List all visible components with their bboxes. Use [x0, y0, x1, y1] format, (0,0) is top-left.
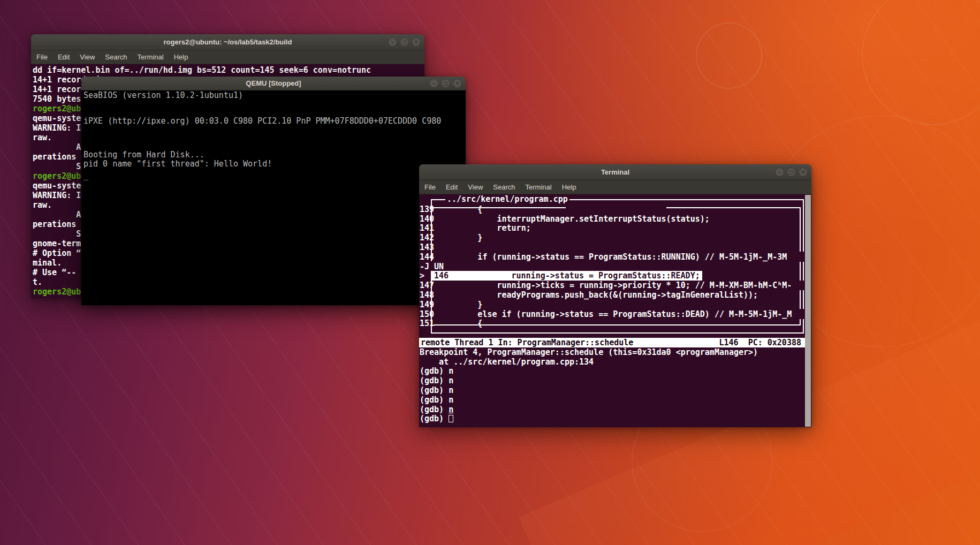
minimize-button[interactable]: – — [429, 79, 438, 88]
terminal-line: t. — [33, 277, 42, 287]
menubar: FileEditViewSearchTerminalHelp — [31, 50, 424, 64]
maximize-button[interactable]: □ — [441, 79, 450, 88]
tui-status-function: remote Thread 1 In: ProgramManager::sche… — [419, 338, 633, 347]
titlebar[interactable]: Terminal –□✕ — [419, 164, 811, 180]
close-button[interactable]: ✕ — [799, 168, 808, 177]
terminal-line: minal. — [33, 258, 62, 268]
gdb-prompt-line: (gdb) n — [420, 385, 453, 395]
terminal-line: raw. — [33, 200, 52, 210]
tui-frame-border — [803, 262, 804, 281]
tui-source-line: 141 return; — [420, 223, 531, 233]
titlebar[interactable]: QEMU [Stopped] –□✕ — [81, 77, 466, 90]
terminal-line: dd if=kernel.bin of=../run/hd.img bs=512… — [33, 65, 371, 75]
gdb-prompt-line: (gdb) n — [420, 405, 453, 414]
menu-search[interactable]: Search — [493, 183, 515, 191]
tui-frame-border — [800, 262, 801, 281]
menubar: FileEditViewSearchTerminalHelp — [419, 180, 811, 194]
tui-source-line: 148 readyPrograms.push_back(&(running->t… — [420, 290, 758, 300]
window-buttons: –□✕ — [775, 164, 808, 180]
menu-help[interactable]: Help — [174, 53, 188, 61]
window-title: QEMU [Stopped] — [246, 79, 301, 87]
wallpaper-circle — [696, 22, 762, 89]
menu-edit[interactable]: Edit — [446, 183, 458, 191]
tui-source-line: 144 if (running->status == ProgramStatus… — [420, 252, 787, 262]
tui-frame-border — [431, 332, 804, 334]
gdb-output-line: at ../src/kernel/program.cpp:134 — [420, 357, 594, 367]
tui-frame-border — [666, 207, 801, 208]
window-title: Terminal — [601, 168, 629, 176]
titlebar[interactable]: rogers2@ubuntu: ~/os/lab5/task2/build –□… — [31, 34, 424, 50]
wallpaper-circle — [862, 0, 980, 125]
qemu-text-line: SeaBIOS (version 1.10.2-1ubuntu1) — [83, 91, 243, 100]
menu-terminal[interactable]: Terminal — [526, 183, 552, 191]
terminal-window-gdb: Terminal –□✕ FileEditViewSearchTerminalH… — [419, 164, 811, 426]
menu-search[interactable]: Search — [105, 53, 127, 61]
tui-frame-border — [800, 207, 801, 252]
menu-edit[interactable]: Edit — [58, 53, 70, 61]
window-buttons: –□✕ — [388, 34, 421, 50]
tui-source-line: 140 interruptManager.setInterruptStatus(… — [420, 214, 710, 224]
gdb-output-line: Breakpoint 4, ProgramManager::schedule (… — [420, 347, 758, 357]
gdb-terminal-content[interactable]: ../src/kernel/program.cpp > remote Threa… — [419, 194, 811, 427]
desktop: rogers2@ubuntu: ~/os/lab5/task2/build –□… — [0, 0, 980, 545]
qemu-text-line: pid 0 name "first thread": Hello World! — [83, 160, 272, 168]
tui-wrapped-line: -J UN — [420, 262, 444, 271]
tui-source-line: 151 { — [420, 319, 482, 328]
window-title: rogers2@ubuntu: ~/os/lab5/task2/build — [164, 38, 292, 46]
minimize-button[interactable]: – — [388, 37, 397, 47]
qemu-screen-lines[interactable]: SeaBIOS (version 1.10.2-1ubuntu1)iPXE (h… — [81, 90, 466, 305]
terminal-cursor — [449, 415, 453, 422]
scrollbar[interactable] — [805, 195, 811, 427]
menu-file[interactable]: File — [36, 53, 48, 61]
tui-frame-border — [800, 290, 801, 309]
gdb-prompt-line: (gdb) n — [420, 366, 453, 376]
gdb-prompt-line: (gdb) — [420, 414, 453, 423]
tui-status-line-pc: L146 PC: 0x20388 — [719, 338, 801, 347]
gdb-prompt-line: (gdb) n — [420, 395, 453, 405]
maximize-button[interactable]: □ — [787, 168, 796, 177]
tui-status-bar: remote Thread 1 In: ProgramManager::sche… — [419, 338, 805, 347]
minimize-button[interactable]: – — [775, 168, 784, 177]
qemu-text-line: iPXE (http://ipxe.org) 00:03.0 C980 PCI2… — [83, 117, 441, 125]
qemu-text-line: Booting from Hard Disk... — [83, 150, 204, 159]
menu-view[interactable]: View — [80, 53, 95, 61]
tui-frame-border — [434, 324, 801, 326]
menu-terminal[interactable]: Terminal — [138, 53, 164, 61]
tui-source-line: 150 else if (running->status == ProgramS… — [420, 309, 792, 319]
terminal-line: raw. — [33, 133, 52, 142]
qemu-window: QEMU [Stopped] –□✕ SeaBIOS (version 1.10… — [81, 77, 466, 305]
tui-source-line: 143 — [420, 243, 434, 252]
tui-frame-border — [803, 199, 804, 252]
tui-rows: ../src/kernel/program.cpp > remote Threa… — [419, 194, 811, 427]
tui-frame-border — [803, 319, 804, 333]
menu-view[interactable]: View — [468, 183, 483, 191]
tui-frame-border — [803, 290, 804, 309]
menu-file[interactable]: File — [424, 183, 436, 191]
qemu-text-line: _ — [83, 171, 88, 180]
tui-current-line-marker: > — [420, 271, 424, 281]
window-buttons: –□✕ — [429, 77, 462, 90]
close-button[interactable]: ✕ — [412, 37, 421, 47]
tui-source-line: 149 } — [420, 300, 482, 309]
tui-source-line: 139 { — [420, 205, 482, 214]
close-button[interactable]: ✕ — [453, 79, 462, 88]
tui-source-line: 142 } — [420, 233, 482, 243]
tui-source-filename: ../src/kernel/program.cpp — [445, 195, 569, 204]
maximize-button[interactable]: □ — [400, 37, 409, 47]
menu-help[interactable]: Help — [562, 183, 576, 191]
tui-source-line: 147 running->ticks = running->priority *… — [420, 281, 792, 290]
gdb-prompt-line: (gdb) n — [420, 376, 453, 385]
